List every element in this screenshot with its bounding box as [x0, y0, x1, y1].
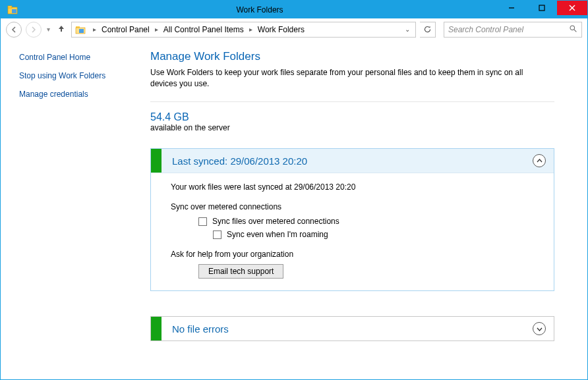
navbar: ▾ ▸ Control Panel ▸ All Control Panel It… — [1, 18, 587, 41]
search-input[interactable]: Search Control Panel — [444, 22, 582, 38]
back-button[interactable] — [6, 22, 22, 38]
up-button[interactable] — [55, 24, 67, 35]
maximize-button[interactable] — [527, 1, 557, 15]
help-group-title: Ask for help from your organization — [171, 250, 542, 259]
minimize-button[interactable] — [496, 1, 527, 15]
svg-rect-2 — [12, 9, 16, 13]
errors-panel-header[interactable]: No file errors — [151, 317, 554, 340]
refresh-button[interactable] — [420, 22, 436, 38]
crumb-all-items[interactable]: All Control Panel Items — [162, 25, 245, 34]
storage-subtext: available on the server — [150, 123, 554, 132]
recent-dropdown-icon[interactable]: ▾ — [45, 26, 51, 33]
chevron-right-icon: ▸ — [247, 26, 255, 33]
metered-group-title: Sync over metered connections — [171, 202, 542, 211]
status-stripe-ok — [151, 317, 162, 340]
sync-status-panel: Last synced: 29/06/2013 20:20 Your work … — [150, 148, 554, 291]
divider — [150, 101, 554, 102]
svg-rect-4 — [539, 5, 544, 11]
titlebar: Work Folders — [1, 1, 587, 18]
errors-panel-title: No file errors — [162, 323, 533, 335]
breadcrumb-dropdown-icon[interactable]: ⌄ — [402, 26, 413, 33]
sidebar: Control Panel Home Stop using Work Folde… — [1, 41, 142, 379]
roaming-checkbox-label: Sync even when I'm roaming — [227, 230, 328, 239]
folder-icon — [74, 24, 86, 36]
forward-button[interactable] — [26, 22, 42, 38]
status-stripe-ok — [151, 149, 162, 173]
svg-rect-9 — [79, 29, 84, 33]
sync-panel-body: Your work files were last synced at 29/0… — [151, 173, 554, 290]
sidebar-credentials-link[interactable]: Manage credentials — [19, 90, 134, 99]
svg-point-10 — [570, 26, 575, 30]
checkbox-icon[interactable] — [198, 217, 207, 226]
sync-panel-header[interactable]: Last synced: 29/06/2013 20:20 — [151, 149, 554, 173]
metered-checkbox-label: Sync files over metered connections — [212, 217, 339, 226]
content: Manage Work Folders Use Work Folders to … — [142, 41, 587, 379]
window: Work Folders ▾ ▸ — [0, 0, 588, 380]
checkbox-icon[interactable] — [213, 231, 221, 239]
storage-value: 54.4 GB — [150, 111, 554, 123]
chevron-down-icon[interactable] — [533, 322, 546, 335]
page-heading: Manage Work Folders — [150, 50, 554, 63]
roaming-checkbox-row[interactable]: Sync even when I'm roaming — [213, 230, 542, 239]
email-tech-support-button[interactable]: Email tech support — [198, 264, 283, 279]
chevron-up-icon[interactable] — [533, 154, 546, 167]
window-controls — [496, 1, 587, 18]
last-synced-text: Your work files were last synced at 29/0… — [171, 182, 542, 192]
svg-line-11 — [574, 30, 576, 32]
metered-checkbox-row[interactable]: Sync files over metered connections — [198, 217, 542, 226]
search-placeholder: Search Control Panel — [448, 25, 569, 34]
body: Control Panel Home Stop using Work Folde… — [1, 41, 587, 379]
errors-panel: No file errors — [150, 316, 554, 341]
window-title: Work Folders — [23, 5, 496, 14]
app-icon — [6, 3, 19, 16]
page-description: Use Work Folders to keep your work files… — [150, 67, 554, 90]
breadcrumb[interactable]: ▸ Control Panel ▸ All Control Panel Item… — [71, 22, 416, 38]
crumb-work-folders[interactable]: Work Folders — [256, 25, 306, 34]
sidebar-home-link[interactable]: Control Panel Home — [19, 53, 134, 62]
svg-rect-1 — [8, 6, 12, 8]
chevron-right-icon: ▸ — [90, 26, 99, 33]
crumb-control-panel[interactable]: Control Panel — [100, 25, 151, 34]
close-button[interactable] — [557, 1, 587, 15]
search-icon — [569, 24, 577, 35]
chevron-right-icon: ▸ — [152, 26, 161, 33]
sidebar-stop-link[interactable]: Stop using Work Folders — [19, 71, 134, 80]
sync-panel-title: Last synced: 29/06/2013 20:20 — [162, 155, 533, 167]
